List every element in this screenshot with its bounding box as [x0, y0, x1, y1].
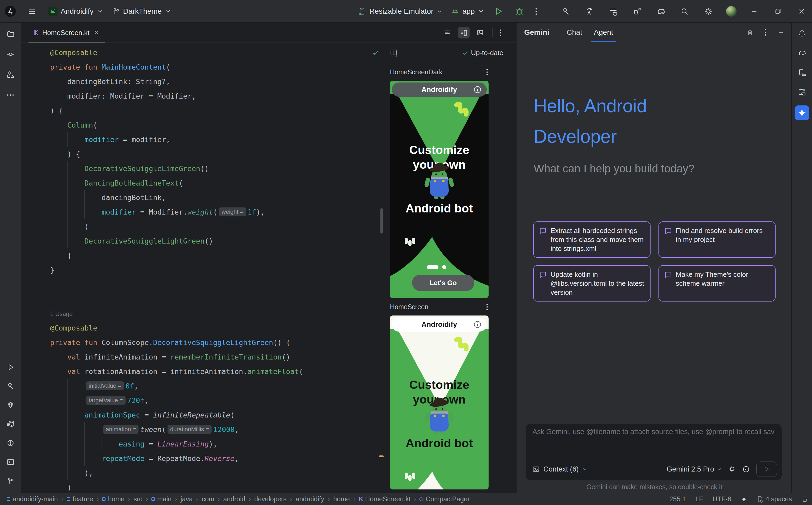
debug-button[interactable]: [513, 5, 526, 17]
svg-text:Android bot: Android bot: [406, 202, 473, 215]
user-avatar[interactable]: [726, 6, 736, 17]
code-line: ): [50, 219, 384, 234]
android-studio-logo-icon[interactable]: [5, 6, 16, 17]
model-selector[interactable]: Gemini 2.5 Pro: [667, 465, 714, 473]
editor-options-button[interactable]: [499, 28, 502, 37]
line-separator-widget[interactable]: LF: [695, 495, 703, 503]
project-widget[interactable]: Androidify: [48, 7, 102, 16]
commit-tool-button[interactable]: [4, 48, 17, 60]
gradle-sync-button[interactable]: [655, 5, 667, 17]
run-button[interactable]: [492, 5, 504, 17]
version-control-tool-button[interactable]: [4, 475, 17, 487]
chat-bubble-icon: [664, 271, 672, 279]
breadcrumb-item[interactable]: com: [193, 495, 214, 503]
code-line: val rotationAnimation = infiniteAnimatio…: [50, 364, 384, 379]
breadcrumb-item[interactable]: androidify: [286, 495, 324, 503]
device-manager-icon: [798, 68, 806, 77]
preview-options-button[interactable]: [485, 68, 489, 76]
svg-text:Android bot: Android bot: [406, 437, 473, 450]
gemini-suggestion-card[interactable]: Make my Theme's color scheme warmer: [659, 265, 776, 302]
breadcrumb-item[interactable]: android: [214, 495, 245, 503]
settings-button[interactable]: [702, 5, 714, 17]
code-view-button[interactable]: [442, 27, 453, 38]
gemini-status-spark-icon[interactable]: [741, 496, 747, 502]
breadcrumb-item[interactable]: androidify-main: [7, 495, 58, 503]
branch-name: DarkTheme: [123, 7, 162, 16]
indent-file-icon: [757, 496, 764, 503]
preview-layout-icon[interactable]: [390, 49, 398, 57]
left-tool-stripe: [0, 23, 21, 493]
breadcrumb-item[interactable]: main: [142, 495, 172, 503]
attach-debugger-button[interactable]: [631, 5, 643, 17]
breadcrumb-item[interactable]: home: [93, 495, 124, 503]
problems-tool-button[interactable]: [4, 437, 17, 449]
git-branch-icon: [7, 477, 14, 485]
encoding-widget[interactable]: UTF-8: [712, 495, 731, 503]
device-manager-tool-button[interactable]: [796, 66, 808, 78]
trash-icon[interactable]: [746, 29, 754, 36]
breadcrumb-item[interactable]: src: [124, 495, 142, 503]
window-minimize-button[interactable]: [748, 5, 760, 17]
run-configuration-selector[interactable]: app: [451, 7, 483, 16]
breadcrumb-item[interactable]: feature: [58, 495, 93, 503]
gemini-suggestion-card[interactable]: Find and resolve build errors in my proj…: [659, 221, 776, 258]
sync-changes-button[interactable]: [584, 5, 596, 17]
project-tool-button[interactable]: [4, 28, 17, 40]
vcs-branch-widget[interactable]: DarkTheme: [112, 7, 170, 16]
gemini-tool-button-active[interactable]: [795, 106, 809, 120]
build-tool-button[interactable]: [4, 380, 17, 392]
more-tool-windows-button[interactable]: [4, 89, 17, 101]
caret-position-widget[interactable]: 255:1: [669, 495, 686, 503]
gemini-options-button[interactable]: [764, 28, 767, 37]
search-everywhere-button[interactable]: [679, 5, 691, 17]
hammer-icon: [7, 382, 14, 390]
chat-bubble-icon: [664, 227, 672, 235]
running-devices-tool-button[interactable]: [796, 86, 808, 98]
context-selector[interactable]: Context (6): [544, 465, 579, 473]
homescreen-preview-image[interactable]: Androidify Customize your own: [390, 316, 489, 489]
unlock-icon[interactable]: [801, 496, 808, 503]
notifications-tool-button[interactable]: [796, 27, 808, 39]
tab-chat[interactable]: Chat: [561, 23, 588, 42]
run-tool-button[interactable]: [4, 361, 17, 373]
breadcrumb-item[interactable]: home: [324, 495, 350, 503]
build-variants-button[interactable]: [607, 5, 619, 17]
build-button[interactable]: [560, 5, 572, 17]
design-view-button[interactable]: [474, 27, 486, 38]
tab-close-icon[interactable]: ✕: [93, 29, 100, 36]
gradle-elephant-icon: [798, 49, 806, 57]
gradle-tool-button[interactable]: [796, 47, 808, 59]
send-button[interactable]: [756, 462, 777, 477]
code-editor[interactable]: @Composableprivate fun MainHomeContent( …: [21, 43, 384, 493]
attach-context-icon[interactable]: [533, 466, 540, 473]
gemini-suggestion-card[interactable]: Update kotlin in @libs.version.toml to t…: [533, 265, 651, 302]
terminal-tool-button[interactable]: [4, 456, 17, 468]
app-quality-insights-tool-button[interactable]: [4, 399, 17, 411]
logcat-tool-button[interactable]: [4, 418, 17, 430]
right-tool-stripe: [791, 23, 812, 493]
window-restore-button[interactable]: [772, 5, 784, 17]
preview-options-button[interactable]: [485, 303, 489, 311]
breadcrumb-item[interactable]: java: [171, 495, 193, 503]
history-icon[interactable]: [742, 465, 750, 473]
indent-widget[interactable]: 4 spaces: [757, 495, 792, 503]
window-close-button[interactable]: [796, 5, 808, 17]
gemini-settings-icon[interactable]: [728, 465, 736, 473]
gemini-prompt-input[interactable]: [533, 428, 775, 459]
breadcrumb-item[interactable]: KHomeScreen.kt: [350, 495, 411, 503]
device-selector[interactable]: Resizable Emulator: [358, 7, 442, 16]
run-config-name: app: [462, 7, 475, 16]
inspections-passed-icon[interactable]: [372, 49, 380, 57]
editor-scrollbar[interactable]: [380, 208, 383, 233]
hide-panel-icon[interactable]: [777, 29, 785, 36]
split-view-button[interactable]: [458, 27, 470, 38]
more-run-options-button[interactable]: [535, 7, 538, 16]
breadcrumb-item[interactable]: developers: [245, 495, 287, 503]
resource-manager-tool-button[interactable]: [4, 68, 17, 80]
editor-tab-homescreen[interactable]: HomeScreen.kt ✕: [28, 23, 105, 43]
homescreendark-preview-image[interactable]: Androidify Customize your own: [390, 80, 489, 298]
main-menu-button[interactable]: [26, 5, 38, 17]
tab-agent[interactable]: Agent: [588, 23, 619, 42]
gemini-suggestion-card[interactable]: Extract all hardcoded strings from this …: [533, 221, 651, 258]
breadcrumb-item[interactable]: CompactPager: [411, 495, 470, 503]
